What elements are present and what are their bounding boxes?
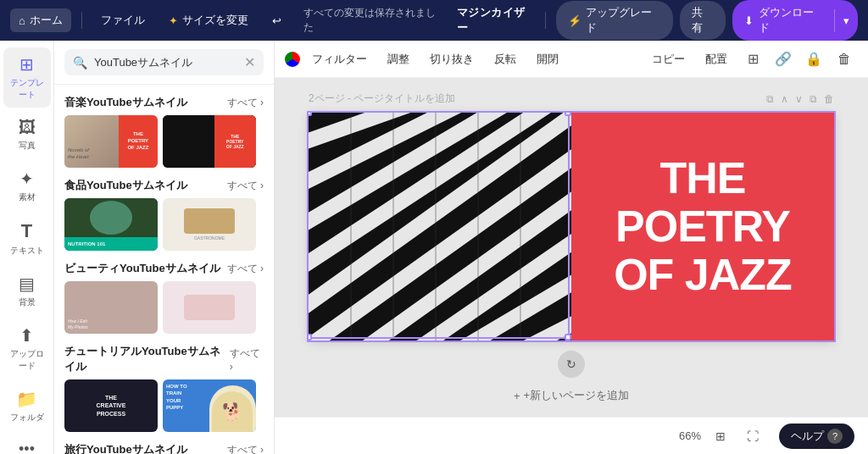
saved-status: すべての変更は保存されました: [303, 6, 443, 35]
add-icon: +: [514, 390, 520, 402]
home-icon: ⌂: [19, 14, 25, 27]
share-label: 共有: [692, 6, 703, 34]
beauty-section-header: ビューティYouTubeサムネイル すべて ›: [54, 251, 274, 281]
home-button[interactable]: ⌂ ホーム: [10, 8, 71, 32]
undo-button[interactable]: ↩: [264, 10, 290, 31]
music-thumb-row: Novels ofthe Heart THEPOETRYOF JAZZ THEP…: [54, 115, 274, 168]
tutorial-thumb-2[interactable]: HOW TOTRAINYOURPUPPY 🐕: [163, 379, 256, 432]
add-page-label: +新しいページを追加: [524, 388, 630, 403]
text-icon: T: [21, 220, 32, 242]
chevron-down-icon: ▾: [843, 14, 849, 27]
text-label: テキスト: [10, 245, 44, 257]
download-button[interactable]: ⬇ ダウンロード ▾: [732, 0, 858, 41]
download-arrow-button[interactable]: ▾: [834, 9, 858, 32]
search-input[interactable]: [94, 56, 237, 69]
page-label-row: 2ページ - ページタイトルを追加 ⧉ ∧ ∨ ⧉ 🗑: [309, 91, 834, 106]
sidebar-item-template[interactable]: ⊞ テンプレート: [3, 47, 51, 108]
sidebar-item-background[interactable]: ▤ 背景: [3, 267, 51, 315]
music-section-header: 音楽YouTubeサムネイル すべて ›: [54, 85, 274, 115]
sidebar-item-element[interactable]: ✦ 素材: [3, 162, 51, 210]
travel-section-header: 旅行YouTubeサムネイル すべて ›: [54, 432, 274, 454]
main-layout: ⊞ テンプレート 🖼 写真 ✦ 素材 T テキスト ▤ 背景 ⬆ アップロード …: [0, 41, 868, 454]
music-thumb-1[interactable]: Novels ofthe Heart THEPOETRYOF JAZZ: [64, 115, 158, 168]
flip-button[interactable]: 反転: [486, 47, 525, 71]
more-icon: •••: [19, 440, 35, 454]
toggle-button[interactable]: 開閉: [528, 47, 567, 71]
background-icon: ▤: [19, 274, 35, 294]
tutorial-thumb-1[interactable]: THECREATIVEPROCESS: [64, 379, 158, 432]
file-button[interactable]: ファイル: [92, 8, 153, 32]
canvas-photo-left: [309, 113, 571, 340]
page-icon-3[interactable]: ∨: [795, 93, 803, 105]
canvas-frame[interactable]: THE POETRY OF JAZZ: [309, 113, 834, 340]
food-section-title: 食品YouTubeサムネイル: [64, 178, 187, 193]
help-label: ヘルプ: [791, 429, 824, 444]
photo-label: 写真: [19, 140, 36, 152]
beauty-all-button[interactable]: すべて ›: [227, 262, 264, 276]
top-bar: ⌂ ホーム ファイル ✦ サイズを変更 ↩ すべての変更は保存されました マジン…: [0, 0, 868, 41]
magic-label: マジンカイザー: [457, 5, 536, 36]
music-thumb-2[interactable]: THEPOETRYOF JAZZ: [163, 115, 256, 168]
food-thumb-2[interactable]: GASTRONOME: [163, 198, 256, 251]
beauty-thumb-2[interactable]: [163, 281, 256, 334]
tutorial-all-button[interactable]: すべて ›: [230, 346, 264, 373]
sidebar-item-upload[interactable]: ⬆ アップロード: [3, 318, 51, 379]
copy-button[interactable]: コピー: [643, 47, 693, 71]
sidebar-item-folder[interactable]: 📁 フォルダ: [3, 382, 51, 430]
divider: [81, 12, 82, 29]
arrange-button[interactable]: 配置: [697, 47, 736, 71]
canvas-main-text: THE POETRY OF JAZZ: [614, 154, 792, 300]
folder-label: フォルダ: [10, 412, 44, 424]
food-thumb-1[interactable]: NUTRITION 101: [64, 198, 158, 251]
grid-view-button[interactable]: ⊞: [708, 424, 733, 449]
beauty-section-title: ビューティYouTubeサムネイル: [64, 261, 220, 276]
divider2: [545, 12, 546, 29]
page-label-text: 2ページ - ページタイトルを追加: [309, 91, 455, 106]
download-label: ダウンロード: [759, 5, 822, 36]
download-main[interactable]: ⬇ ダウンロード: [732, 0, 834, 41]
clear-search-button[interactable]: ✕: [244, 54, 255, 70]
folder-icon: 📁: [16, 389, 37, 409]
sidebar-item-more[interactable]: ••• もっと見る: [3, 434, 51, 454]
help-button[interactable]: ヘルプ ?: [779, 424, 854, 449]
upgrade-button[interactable]: ⚡ アップグレード: [556, 1, 673, 40]
search-bar: 🔍 ✕: [54, 41, 274, 85]
sidebar-item-text[interactable]: T テキスト: [3, 213, 51, 263]
link-icon-button[interactable]: 🔗: [770, 46, 797, 73]
icon-bar: ⊞ テンプレート 🖼 写真 ✦ 素材 T テキスト ▤ 背景 ⬆ アップロード …: [0, 41, 54, 454]
food-thumb-row: NUTRITION 101 GASTRONOME: [54, 198, 274, 251]
architecture-photo: [309, 113, 571, 340]
food-all-button[interactable]: すべて ›: [227, 179, 264, 193]
share-button[interactable]: 共有: [680, 1, 726, 40]
secondary-toolbar: フィルター 調整 切り抜き 反転 開閉 コピー 配置 ⊞ 🔗 🔒 🗑: [275, 41, 868, 78]
element-icon: ✦: [19, 169, 34, 189]
canvas-text-line1: THE: [614, 154, 792, 202]
page-delete-icon[interactable]: 🗑: [824, 93, 834, 105]
page-duplicate-icon[interactable]: ⧉: [810, 93, 817, 105]
grid-icon-button[interactable]: ⊞: [739, 46, 766, 73]
page-icon-1[interactable]: ⧉: [766, 93, 774, 105]
music-all-button[interactable]: すべて ›: [227, 96, 264, 110]
fullscreen-button[interactable]: ⛶: [740, 424, 765, 449]
adjust-button[interactable]: 調整: [379, 47, 418, 71]
canvas-controls: ↻: [558, 351, 585, 378]
sidebar-item-photo[interactable]: 🖼 写真: [3, 111, 51, 158]
upload-label: アップロード: [7, 348, 47, 372]
delete-icon-button[interactable]: 🗑: [831, 46, 858, 73]
add-page-button[interactable]: + +新しいページを追加: [514, 388, 629, 403]
resize-button[interactable]: ✦ サイズを変更: [160, 8, 257, 32]
beauty-thumb-1[interactable]: How I EditMy Photos: [64, 281, 158, 334]
lock-icon-button[interactable]: 🔒: [800, 46, 827, 73]
element-label: 素材: [19, 191, 36, 203]
template-panel: 🔍 ✕ 音楽YouTubeサムネイル すべて › Novels ofthe He…: [54, 41, 275, 454]
page-icon-2[interactable]: ∧: [781, 93, 788, 105]
crop-button[interactable]: 切り抜き: [421, 47, 482, 71]
music-section-title: 音楽YouTubeサムネイル: [64, 95, 187, 110]
canvas-area: フィルター 調整 切り抜き 反転 開閉 コピー 配置 ⊞ 🔗 🔒 🗑 2ページ …: [275, 41, 868, 454]
bottom-bar: 66% ⊞ ⛶ ヘルプ ?: [275, 417, 868, 454]
search-wrap: 🔍 ✕: [64, 49, 264, 75]
filter-button[interactable]: フィルター: [303, 47, 376, 71]
home-label: ホーム: [30, 13, 63, 28]
rotate-handle[interactable]: ↻: [558, 351, 585, 378]
travel-all-button[interactable]: すべて ›: [227, 443, 264, 455]
